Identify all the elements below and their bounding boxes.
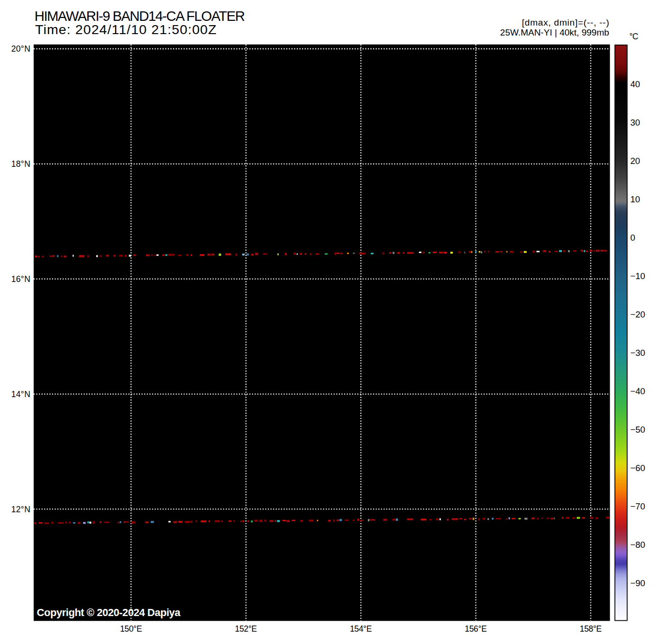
svg-text:−50: −50	[631, 425, 645, 435]
svg-text:−60: −60	[631, 463, 645, 473]
svg-text:154°E: 154°E	[350, 624, 372, 634]
svg-text:Copyright © 2020-2024 Dapiya: Copyright © 2020-2024 Dapiya	[37, 607, 181, 618]
svg-text:−80: −80	[631, 540, 645, 550]
svg-text:20°N: 20°N	[11, 44, 30, 54]
svg-text:158°E: 158°E	[580, 624, 602, 634]
svg-text:152°E: 152°E	[235, 624, 257, 634]
svg-text:[dmax, dmin]=(--, --): [dmax, dmin]=(--, --)	[522, 18, 609, 27]
svg-text:−20: −20	[631, 309, 645, 319]
svg-text:25W.MAN-YI | 40kt, 999mb: 25W.MAN-YI | 40kt, 999mb	[500, 27, 609, 37]
svg-text:−40: −40	[631, 386, 645, 396]
svg-text:−90: −90	[631, 578, 645, 588]
svg-text:156°E: 156°E	[465, 624, 487, 634]
svg-text:150°E: 150°E	[120, 624, 142, 634]
svg-text:Time: 2024/11/10 21:50:00Z: Time: 2024/11/10 21:50:00Z	[35, 22, 217, 37]
svg-text:−10: −10	[631, 271, 645, 281]
svg-text:16°N: 16°N	[11, 274, 30, 284]
svg-text:−30: −30	[631, 348, 645, 358]
svg-text:30: 30	[631, 118, 641, 127]
svg-text:20: 20	[631, 156, 641, 166]
svg-text:0: 0	[631, 233, 635, 243]
svg-text:°C: °C	[630, 32, 639, 41]
svg-text:14°N: 14°N	[11, 390, 30, 399]
svg-text:12°N: 12°N	[11, 505, 30, 514]
svg-text:18°N: 18°N	[11, 159, 30, 169]
svg-text:10: 10	[631, 194, 641, 204]
svg-text:−70: −70	[631, 501, 645, 511]
svg-text:40: 40	[631, 79, 641, 89]
